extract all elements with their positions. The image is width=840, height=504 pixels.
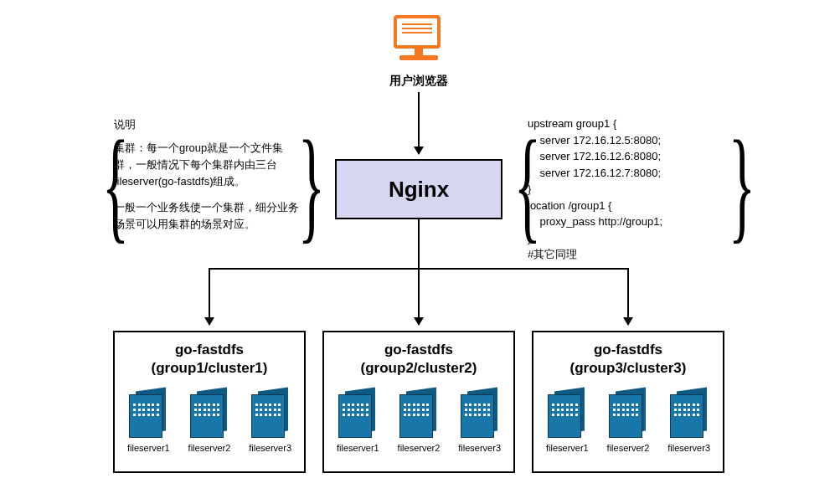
server-icon xyxy=(251,389,290,440)
server-icon xyxy=(461,389,499,440)
cluster-title-line: (group1/cluster1) xyxy=(115,359,304,378)
fileserver-node: fileserver1 xyxy=(121,389,175,453)
architecture-diagram: 用户浏览器 Nginx } { { } 说明 集群：每一个group就是一个文件… xyxy=(0,0,840,504)
connector-line xyxy=(418,219,420,270)
arrow-nginx-group3 xyxy=(627,268,629,325)
cluster-box-group2: go-fastdfs (group2/cluster2) fileserver1… xyxy=(322,331,515,473)
server-label: fileserver1 xyxy=(331,443,384,453)
fileserver-node: fileserver2 xyxy=(601,389,655,453)
cluster-title-line: (group3/cluster3) xyxy=(533,359,723,378)
fileserver-node: fileserver3 xyxy=(244,389,297,453)
arrow-nginx-group2 xyxy=(418,268,420,325)
cluster-title-line: (group2/cluster2) xyxy=(324,359,513,378)
note-paragraph: 集群：每一个group就是一个文件集群，一般情况下每个集群内由三台fileser… xyxy=(114,140,300,190)
fileserver-node: fileserver1 xyxy=(331,389,384,453)
server-label: fileserver3 xyxy=(662,443,716,453)
server-icon xyxy=(190,389,229,440)
client-label: 用户浏览器 xyxy=(368,74,469,89)
nginx-config-snippet: upstream group1 { server 172.16.12.5:808… xyxy=(528,116,720,263)
cluster-title-line: go-fastdfs xyxy=(115,341,304,359)
server-label: fileserver1 xyxy=(121,443,175,453)
nginx-label: Nginx xyxy=(389,177,449,203)
arrow-browser-nginx xyxy=(418,92,420,154)
server-icon xyxy=(129,389,167,440)
cluster-box-group1: go-fastdfs (group1/cluster1) fileserver1… xyxy=(113,331,306,473)
server-label: fileserver1 xyxy=(540,443,594,453)
server-icon xyxy=(609,389,647,440)
note-paragraph: 一般一个业务线使一个集群，细分业务场景可以用集群的场景对应。 xyxy=(114,199,300,233)
server-label: fileserver3 xyxy=(453,443,507,453)
fileserver-node: fileserver1 xyxy=(540,389,594,453)
brace-icon: } xyxy=(298,121,325,247)
fileserver-node: fileserver2 xyxy=(183,389,236,453)
server-label: fileserver3 xyxy=(244,443,297,453)
arrow-nginx-group1 xyxy=(209,268,210,325)
explanation-note: 说明 集群：每一个group就是一个文件集群，一般情况下每个集群内由三台file… xyxy=(114,116,300,241)
cluster-title-line: go-fastdfs xyxy=(533,341,723,359)
nginx-box: Nginx xyxy=(335,159,502,219)
fileserver-node: fileserver3 xyxy=(662,389,716,453)
server-icon xyxy=(338,389,377,440)
server-icon xyxy=(399,389,438,440)
note-title: 说明 xyxy=(114,116,300,133)
server-label: fileserver2 xyxy=(183,443,236,453)
server-icon xyxy=(670,389,709,440)
server-label: fileserver2 xyxy=(601,443,655,453)
server-icon xyxy=(548,389,586,440)
client-computer-icon xyxy=(394,15,444,60)
cluster-box-group3: go-fastdfs (group3/cluster3) fileserver1… xyxy=(532,331,724,473)
fileserver-node: fileserver3 xyxy=(453,389,507,453)
server-label: fileserver2 xyxy=(392,443,446,453)
brace-icon: } xyxy=(729,121,755,247)
cluster-title-line: go-fastdfs xyxy=(324,341,513,359)
fileserver-node: fileserver2 xyxy=(392,389,446,453)
